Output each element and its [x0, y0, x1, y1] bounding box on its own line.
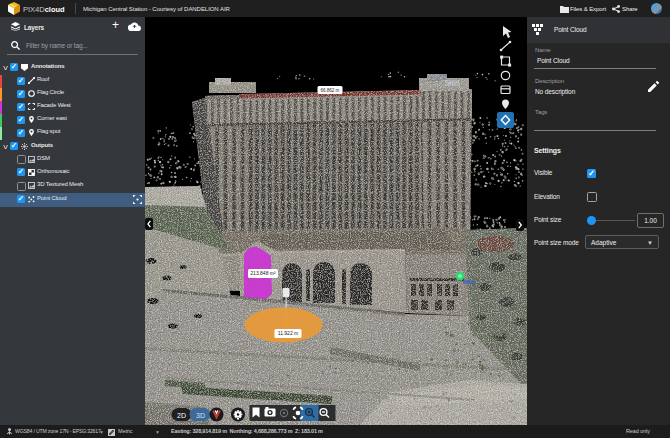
svg-text:3D: 3D — [196, 412, 205, 419]
svg-text:2D: 2D — [177, 412, 186, 419]
svg-text:11.922 m: 11.922 m — [278, 330, 298, 336]
svg-text:66.862 m: 66.862 m — [321, 88, 340, 93]
svg-text:213.848 m²: 213.848 m² — [250, 270, 276, 276]
